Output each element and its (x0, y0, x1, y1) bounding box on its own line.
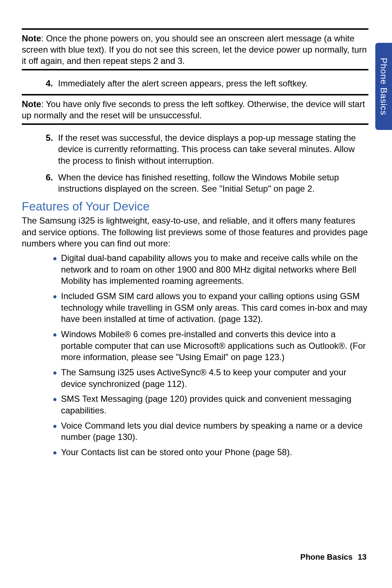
divider (22, 123, 368, 125)
page-footer: Phone Basics13 (300, 552, 367, 562)
feature-bullet: The Samsung i325 uses ActiveSync® 4.5 to… (53, 367, 368, 389)
divider (22, 94, 368, 95)
step-number: 6. (22, 172, 58, 195)
step-text: When the device has finished resetting, … (58, 172, 368, 195)
feature-bullet: Included GSM SIM card allows you to expa… (53, 290, 368, 325)
step-item: 5. If the reset was successful, the devi… (22, 132, 368, 167)
feature-bullet-list: Digital dual-band capability allows you … (22, 252, 368, 458)
features-intro: The Samsung i325 is lightweight, easy-to… (22, 215, 368, 249)
step-number: 5. (22, 132, 58, 167)
feature-bullet: SMS Text Messaging (page 120) provides q… (53, 393, 368, 416)
page-content: Note: Once the phone powers on, you shou… (0, 0, 392, 483)
feature-bullet: Digital dual-band capability allows you … (53, 252, 368, 287)
step-list: 5. If the reset was successful, the devi… (22, 132, 368, 195)
step-item: 6. When the device has finished resettin… (22, 172, 368, 195)
note-block: Note: You have only five seconds to pres… (22, 98, 368, 121)
step-number: 4. (22, 78, 58, 89)
step-list: 4. Immediately after the alert screen ap… (22, 78, 368, 89)
note-label: Note (22, 33, 41, 43)
heading-features: Features of Your Device (22, 200, 368, 213)
footer-page-number: 13 (358, 552, 367, 562)
step-text: If the reset was successful, the device … (58, 132, 368, 167)
step-item: 4. Immediately after the alert screen ap… (22, 78, 368, 89)
step-text: Immediately after the alert screen appea… (58, 78, 368, 89)
divider (22, 28, 368, 30)
note-label: Note (22, 99, 41, 109)
note-text: : Once the phone powers on, you should s… (22, 33, 367, 66)
feature-bullet: Windows Mobile® 6 comes pre-installed an… (53, 328, 368, 363)
footer-section: Phone Basics (300, 552, 352, 562)
divider (22, 69, 368, 70)
feature-bullet: Voice Command lets you dial device numbe… (53, 420, 368, 443)
note-text: : You have only five seconds to press th… (22, 99, 365, 120)
feature-bullet: Your Contacts list can be stored onto yo… (53, 446, 368, 458)
note-block: Note: Once the phone powers on, you shou… (22, 33, 368, 67)
